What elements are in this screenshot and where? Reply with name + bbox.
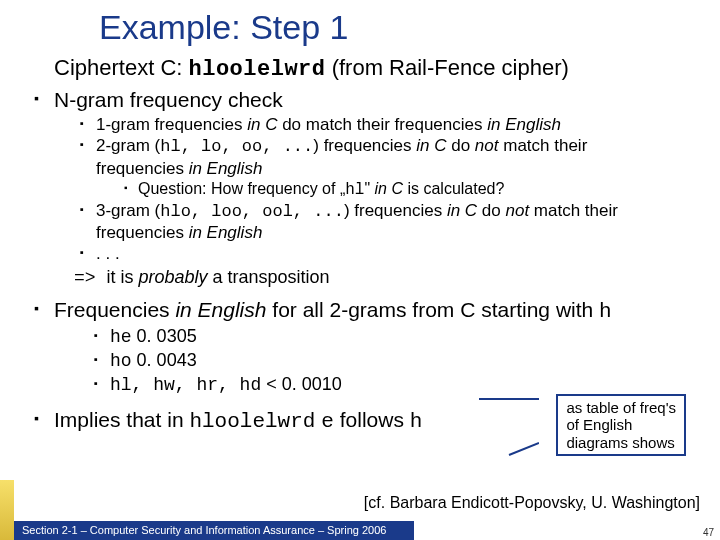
arrow-symbol: => [74, 268, 106, 288]
t: in English [487, 115, 561, 134]
ngram-1gram: 1-gram frequencies in C do match their f… [80, 114, 700, 135]
t: for all 2-grams from C starting with [266, 298, 599, 321]
ngram-question: Question: How frequency of „hl" in C is … [124, 179, 700, 200]
freq-val: < 0. 0010 [261, 374, 342, 394]
t: not [475, 136, 503, 155]
ngram-3gram-cont: frequencies in English [96, 222, 700, 243]
t: match their [534, 201, 618, 220]
freq-val: 0. 0043 [132, 350, 197, 370]
freq-heading: Frequencies in English for all 2-grams f… [34, 298, 700, 323]
ciphertext-line: Ciphertext C: hloolelwrd (from Rail-Fenc… [54, 55, 700, 82]
t: 2-gram ( [96, 136, 160, 155]
ngram-heading: N-gram frequency check [34, 88, 700, 112]
ciphertext-label: Ciphertext C: [54, 55, 189, 80]
code: e [321, 410, 334, 433]
citation: [cf. Barbara Endicott-Popovsky, U. Washi… [364, 494, 700, 512]
slide-title: Example: Step 1 [99, 8, 700, 47]
t: Question: How frequency of „ [138, 180, 345, 197]
t: probably [138, 267, 207, 287]
footer-accent [0, 480, 14, 540]
t: frequencies [96, 223, 189, 242]
freq-code: hl, hw, hr, hd [110, 375, 261, 395]
t: Frequencies [54, 298, 175, 321]
callout-line: of English [566, 416, 676, 433]
t: ) frequencies [344, 201, 447, 220]
ngram-2gram: 2-gram (hl, lo, oo, ...) frequencies in … [80, 135, 700, 157]
t: a transposition [207, 267, 329, 287]
t: in English [189, 223, 263, 242]
page-number: 47 [703, 527, 714, 538]
code: hl, lo, oo, ... [160, 137, 313, 156]
t: it is [106, 267, 138, 287]
t: Implies that in [54, 408, 189, 431]
ciphertext-value: hloolelwrd [189, 57, 326, 82]
footer-text: Section 2-1 – Computer Security and Info… [14, 521, 414, 540]
code: hl [345, 181, 364, 199]
t: in C [416, 136, 446, 155]
t: in C [375, 180, 403, 197]
t: do match their frequencies [277, 115, 487, 134]
t: is calculated? [403, 180, 504, 197]
t: in C [247, 115, 277, 134]
freq-code: he [110, 327, 132, 347]
callout-box: as table of freq's of English diagrams s… [556, 394, 686, 456]
code: h [599, 300, 612, 323]
svg-line-1 [509, 443, 539, 455]
code: h [410, 410, 423, 433]
t: do [477, 201, 505, 220]
ngram-3gram: 3-gram (hlo, loo, ool, ...) frequencies … [80, 200, 700, 222]
t: " [364, 180, 374, 197]
ngram-conclusion: => it is probably a transposition [74, 267, 700, 288]
freq-code: ho [110, 351, 132, 371]
t: match their [503, 136, 587, 155]
ciphertext-note: (from Rail-Fence cipher) [326, 55, 569, 80]
code: hlo, loo, ool, ... [160, 202, 344, 221]
callout-line: as table of freq's [566, 399, 676, 416]
t: in English [189, 159, 263, 178]
t: in English [175, 298, 266, 321]
t: follows [334, 408, 410, 431]
t: in C [447, 201, 477, 220]
ngram-dots: . . . [80, 243, 700, 264]
t: 3-gram ( [96, 201, 160, 220]
freq-row: he 0. 0305 [94, 325, 700, 349]
ngram-2gram-cont: frequencies in English [96, 158, 700, 179]
t: ) frequencies [313, 136, 416, 155]
freq-val: 0. 0305 [132, 326, 197, 346]
freq-row: ho 0. 0043 [94, 349, 700, 373]
t: frequencies [96, 159, 189, 178]
footer: Section 2-1 – Computer Security and Info… [0, 518, 720, 540]
t: do [447, 136, 475, 155]
code: hloolelwrd [189, 410, 315, 433]
t: not [505, 201, 533, 220]
t: 1-gram frequencies [96, 115, 247, 134]
callout-line: diagrams shows [566, 434, 676, 451]
